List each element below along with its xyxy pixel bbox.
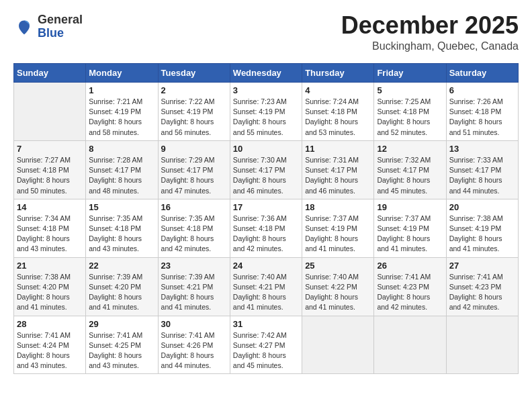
- day-info: Sunrise: 7:39 AMSunset: 4:21 PMDaylight:…: [161, 272, 227, 313]
- day-number: 30: [161, 319, 227, 329]
- calendar-cell: 19Sunrise: 7:37 AMSunset: 4:19 PMDayligh…: [374, 199, 446, 257]
- calendar-cell: [374, 316, 446, 374]
- calendar-cell: 18Sunrise: 7:37 AMSunset: 4:19 PMDayligh…: [302, 199, 374, 257]
- day-info: Sunrise: 7:32 AMSunset: 4:17 PMDaylight:…: [377, 155, 443, 196]
- header-sunday: Sunday: [14, 64, 86, 83]
- day-info: Sunrise: 7:25 AMSunset: 4:18 PMDaylight:…: [377, 97, 443, 138]
- day-number: 9: [161, 144, 227, 154]
- calendar-cell: 12Sunrise: 7:32 AMSunset: 4:17 PMDayligh…: [374, 140, 446, 199]
- day-number: 11: [305, 144, 371, 154]
- calendar-cell: 8Sunrise: 7:28 AMSunset: 4:17 PMDaylight…: [86, 140, 158, 199]
- calendar-cell: 9Sunrise: 7:29 AMSunset: 4:17 PMDaylight…: [158, 140, 230, 199]
- day-info: Sunrise: 7:37 AMSunset: 4:19 PMDaylight:…: [305, 214, 371, 255]
- day-number: 28: [17, 319, 83, 329]
- day-info: Sunrise: 7:24 AMSunset: 4:18 PMDaylight:…: [305, 97, 371, 138]
- day-info: Sunrise: 7:27 AMSunset: 4:18 PMDaylight:…: [17, 155, 83, 196]
- calendar-cell: [14, 83, 86, 141]
- day-number: 25: [305, 261, 371, 271]
- day-info: Sunrise: 7:40 AMSunset: 4:21 PMDaylight:…: [233, 272, 299, 313]
- day-number: 26: [377, 261, 443, 271]
- day-number: 24: [233, 261, 299, 271]
- calendar-cell: 10Sunrise: 7:30 AMSunset: 4:17 PMDayligh…: [230, 140, 302, 199]
- calendar-cell: 31Sunrise: 7:42 AMSunset: 4:27 PMDayligh…: [230, 316, 302, 374]
- calendar-cell: 14Sunrise: 7:34 AMSunset: 4:18 PMDayligh…: [14, 199, 86, 257]
- header-monday: Monday: [86, 64, 158, 83]
- day-number: 22: [89, 261, 154, 271]
- calendar-cell: 6Sunrise: 7:26 AMSunset: 4:18 PMDaylight…: [446, 83, 518, 141]
- day-info: Sunrise: 7:31 AMSunset: 4:17 PMDaylight:…: [305, 155, 371, 196]
- calendar-cell: 26Sunrise: 7:41 AMSunset: 4:23 PMDayligh…: [374, 257, 446, 316]
- day-info: Sunrise: 7:38 AMSunset: 4:20 PMDaylight:…: [17, 272, 83, 313]
- calendar-cell: 22Sunrise: 7:39 AMSunset: 4:20 PMDayligh…: [86, 257, 158, 316]
- calendar-cell: 27Sunrise: 7:41 AMSunset: 4:23 PMDayligh…: [446, 257, 518, 316]
- calendar-cell: 15Sunrise: 7:35 AMSunset: 4:18 PMDayligh…: [86, 199, 158, 257]
- calendar-cell: 13Sunrise: 7:33 AMSunset: 4:17 PMDayligh…: [446, 140, 518, 199]
- day-info: Sunrise: 7:22 AMSunset: 4:19 PMDaylight:…: [161, 97, 227, 138]
- calendar-week-3: 21Sunrise: 7:38 AMSunset: 4:20 PMDayligh…: [14, 257, 519, 316]
- day-info: Sunrise: 7:41 AMSunset: 4:25 PMDaylight:…: [89, 330, 154, 371]
- calendar-cell: 29Sunrise: 7:41 AMSunset: 4:25 PMDayligh…: [86, 316, 158, 374]
- day-number: 1: [89, 85, 154, 95]
- day-info: Sunrise: 7:35 AMSunset: 4:18 PMDaylight:…: [89, 214, 154, 255]
- calendar-cell: 16Sunrise: 7:35 AMSunset: 4:18 PMDayligh…: [158, 199, 230, 257]
- calendar-body: 1Sunrise: 7:21 AMSunset: 4:19 PMDaylight…: [14, 83, 519, 374]
- day-number: 12: [377, 144, 443, 154]
- calendar-cell: 30Sunrise: 7:41 AMSunset: 4:26 PMDayligh…: [158, 316, 230, 374]
- day-info: Sunrise: 7:21 AMSunset: 4:19 PMDaylight:…: [89, 97, 154, 138]
- title-area: December 2025 Buckingham, Quebec, Canada: [341, 13, 519, 52]
- calendar-cell: 24Sunrise: 7:40 AMSunset: 4:21 PMDayligh…: [230, 257, 302, 316]
- day-number: 29: [89, 319, 154, 329]
- calendar-cell: 23Sunrise: 7:39 AMSunset: 4:21 PMDayligh…: [158, 257, 230, 316]
- day-info: Sunrise: 7:28 AMSunset: 4:17 PMDaylight:…: [89, 155, 154, 196]
- header-thursday: Thursday: [302, 64, 374, 83]
- calendar-cell: 4Sunrise: 7:24 AMSunset: 4:18 PMDaylight…: [302, 83, 374, 141]
- day-number: 10: [233, 144, 299, 154]
- day-info: Sunrise: 7:34 AMSunset: 4:18 PMDaylight:…: [17, 214, 83, 255]
- calendar-cell: 2Sunrise: 7:22 AMSunset: 4:19 PMDaylight…: [158, 83, 230, 141]
- header-saturday: Saturday: [446, 64, 518, 83]
- day-info: Sunrise: 7:41 AMSunset: 4:26 PMDaylight:…: [161, 330, 227, 371]
- calendar-cell: 7Sunrise: 7:27 AMSunset: 4:18 PMDaylight…: [14, 140, 86, 199]
- month-title: December 2025: [341, 13, 519, 38]
- day-number: 15: [89, 202, 154, 212]
- header-friday: Friday: [374, 64, 446, 83]
- day-info: Sunrise: 7:23 AMSunset: 4:19 PMDaylight:…: [233, 97, 299, 138]
- day-number: 23: [161, 261, 227, 271]
- calendar-cell: 17Sunrise: 7:36 AMSunset: 4:18 PMDayligh…: [230, 199, 302, 257]
- calendar-week-4: 28Sunrise: 7:41 AMSunset: 4:24 PMDayligh…: [14, 316, 519, 374]
- header-wednesday: Wednesday: [230, 64, 302, 83]
- calendar-cell: 1Sunrise: 7:21 AMSunset: 4:19 PMDaylight…: [86, 83, 158, 141]
- day-number: 8: [89, 144, 154, 154]
- calendar-cell: 21Sunrise: 7:38 AMSunset: 4:20 PMDayligh…: [14, 257, 86, 316]
- day-info: Sunrise: 7:41 AMSunset: 4:24 PMDaylight:…: [17, 330, 83, 371]
- day-info: Sunrise: 7:41 AMSunset: 4:23 PMDaylight:…: [449, 272, 515, 313]
- day-number: 16: [161, 202, 227, 212]
- day-number: 31: [233, 319, 299, 329]
- day-info: Sunrise: 7:39 AMSunset: 4:20 PMDaylight:…: [89, 272, 154, 313]
- day-info: Sunrise: 7:41 AMSunset: 4:23 PMDaylight:…: [377, 272, 443, 313]
- day-number: 3: [233, 85, 299, 95]
- day-info: Sunrise: 7:29 AMSunset: 4:17 PMDaylight:…: [161, 155, 227, 196]
- day-info: Sunrise: 7:30 AMSunset: 4:17 PMDaylight:…: [233, 155, 299, 196]
- calendar-cell: 11Sunrise: 7:31 AMSunset: 4:17 PMDayligh…: [302, 140, 374, 199]
- day-number: 14: [17, 202, 83, 212]
- day-number: 2: [161, 85, 227, 95]
- day-number: 5: [377, 85, 443, 95]
- logo-icon: [13, 16, 35, 38]
- day-number: 17: [233, 202, 299, 212]
- day-number: 18: [305, 202, 371, 212]
- day-number: 6: [449, 85, 515, 95]
- logo: General Blue: [13, 13, 83, 40]
- day-info: Sunrise: 7:40 AMSunset: 4:22 PMDaylight:…: [305, 272, 371, 313]
- calendar-cell: 5Sunrise: 7:25 AMSunset: 4:18 PMDaylight…: [374, 83, 446, 141]
- day-info: Sunrise: 7:36 AMSunset: 4:18 PMDaylight:…: [233, 214, 299, 255]
- day-info: Sunrise: 7:38 AMSunset: 4:19 PMDaylight:…: [449, 214, 515, 255]
- day-info: Sunrise: 7:42 AMSunset: 4:27 PMDaylight:…: [233, 330, 299, 371]
- calendar-cell: 3Sunrise: 7:23 AMSunset: 4:19 PMDaylight…: [230, 83, 302, 141]
- calendar-cell: 28Sunrise: 7:41 AMSunset: 4:24 PMDayligh…: [14, 316, 86, 374]
- day-info: Sunrise: 7:35 AMSunset: 4:18 PMDaylight:…: [161, 214, 227, 255]
- calendar-header-row: SundayMondayTuesdayWednesdayThursdayFrid…: [14, 64, 519, 83]
- header-area: General Blue December 2025 Buckingham, Q…: [13, 13, 519, 52]
- day-number: 21: [17, 261, 83, 271]
- day-number: 20: [449, 202, 515, 212]
